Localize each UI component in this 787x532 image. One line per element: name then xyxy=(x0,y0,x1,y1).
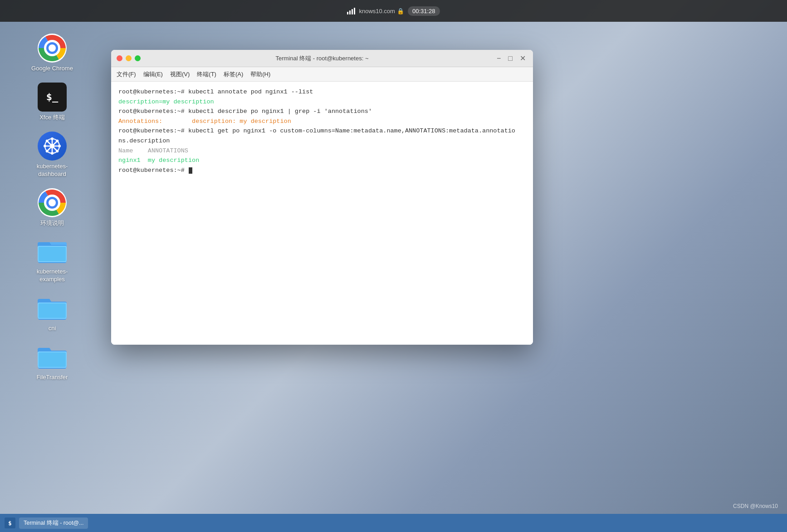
sidebar-item-file-transfer[interactable]: FileTransfer xyxy=(20,340,84,384)
chrome-icon xyxy=(38,34,67,63)
terminal-label: Xfce 终端 xyxy=(39,114,65,122)
taskbar-terminal-item[interactable]: Terminal 终端 - root@... xyxy=(19,517,88,529)
cni-label: cni xyxy=(49,325,56,332)
svg-point-11 xyxy=(51,137,54,140)
signal-icon xyxy=(347,8,355,15)
minimize-icon[interactable]: − xyxy=(495,54,503,63)
term-line-8: root@kubernetes:~# xyxy=(118,166,526,176)
svg-point-17 xyxy=(56,139,59,142)
menu-bar: knows10.com 🔒 00:31:28 xyxy=(0,0,787,22)
terminal-icon: $_ xyxy=(38,83,67,112)
watermark: CSDN @Knows10 xyxy=(733,503,778,509)
terminal-icon-text: $_ xyxy=(46,91,59,102)
terminal-menu: 文件(F) 编辑(E) 视图(V) 终端(T) 标签(A) 帮助(H) xyxy=(111,67,533,82)
sidebar-item-google-chrome[interactable]: Google Chrome xyxy=(20,31,84,75)
svg-point-14 xyxy=(58,145,61,147)
term-line-6: Name ANNOTATIONS xyxy=(118,146,526,156)
taskbar-icon-text: $ xyxy=(8,520,12,527)
sidebar-item-xfce-terminal[interactable]: $_ Xfce 终端 xyxy=(20,80,84,124)
svg-point-12 xyxy=(51,152,54,155)
file-transfer-folder-icon xyxy=(38,342,67,371)
lock-icon: 🔒 xyxy=(397,8,404,15)
svg-rect-27 xyxy=(39,247,66,261)
terminal-title: Terminal 终端 - root@kubernetes: ~ xyxy=(275,54,368,63)
sidebar-item-cni[interactable]: cni xyxy=(20,291,84,335)
kube-examples-folder-icon xyxy=(38,237,67,266)
terminal-window: Terminal 终端 - root@kubernetes: ~ − □ ✕ 文… xyxy=(111,50,533,345)
cursor xyxy=(189,167,192,174)
menu-view[interactable]: 视图(V) xyxy=(170,70,190,78)
watermark-text: CSDN @Knows10 xyxy=(733,503,778,509)
terminal-content[interactable]: root@kubernetes:~# kubectl annotate pod … xyxy=(111,82,533,345)
term-line-2: description=my description xyxy=(118,97,526,107)
desktop: knows10.com 🔒 00:31:28 xyxy=(0,0,787,532)
svg-point-18 xyxy=(46,150,49,152)
svg-point-3 xyxy=(49,44,56,52)
minimize-button[interactable] xyxy=(126,55,132,61)
chrome-label: Google Chrome xyxy=(31,65,73,73)
file-transfer-label: FileTransfer xyxy=(37,374,68,381)
svg-rect-29 xyxy=(39,303,66,318)
url-indicator: knows10.com 🔒 xyxy=(347,8,404,15)
term-line-3: root@kubernetes:~# kubectl describe po n… xyxy=(118,107,526,117)
svg-point-15 xyxy=(46,139,49,142)
svg-point-16 xyxy=(56,150,59,152)
term-line-1: root@kubernetes:~# kubectl annotate pod … xyxy=(118,87,526,97)
time-display: 00:31:28 xyxy=(408,6,440,16)
sidebar: Google Chrome $_ Xfce 终端 xyxy=(0,22,104,514)
svg-point-13 xyxy=(44,145,46,147)
kubernetes-dashboard-label: kubernetes- dashboard xyxy=(37,163,68,178)
sidebar-item-kubernetes-dashboard[interactable]: kubernetes- dashboard xyxy=(20,129,84,181)
svg-rect-31 xyxy=(39,352,66,367)
term-line-4: Annotations: description: my description xyxy=(118,117,526,127)
restore-icon[interactable]: □ xyxy=(506,54,514,63)
svg-point-22 xyxy=(49,199,56,206)
close-icon[interactable]: ✕ xyxy=(518,53,528,63)
taskbar-terminal-icon: $ xyxy=(5,517,15,528)
menu-file[interactable]: 文件(F) xyxy=(117,70,136,78)
sidebar-item-env-desc[interactable]: 环境说明 xyxy=(20,185,84,230)
term-line-5b: ns.description xyxy=(118,136,526,146)
terminal-titlebar: Terminal 终端 - root@kubernetes: ~ − □ ✕ xyxy=(111,50,533,67)
env-desc-label: 环境说明 xyxy=(40,220,64,227)
menu-edit[interactable]: 编辑(E) xyxy=(143,70,163,78)
kubernetes-examples-label: kubernetes- examples xyxy=(37,268,68,283)
taskbar: $ Terminal 终端 - root@... xyxy=(0,514,787,532)
taskbar-terminal-label: Terminal 终端 - root@... xyxy=(24,519,83,527)
term-line-5: root@kubernetes:~# kubectl get po nginx1… xyxy=(118,126,526,136)
titlebar-buttons xyxy=(117,55,141,61)
titlebar-controls: − □ ✕ xyxy=(495,53,528,63)
env-chrome-icon xyxy=(38,188,67,217)
menu-tabs[interactable]: 标签(A) xyxy=(224,70,243,78)
close-button[interactable] xyxy=(117,55,122,61)
kubernetes-icon xyxy=(38,132,67,161)
url-text: knows10.com xyxy=(359,8,395,15)
menu-help[interactable]: 帮助(H) xyxy=(250,70,270,78)
maximize-button[interactable] xyxy=(135,55,141,61)
menu-terminal[interactable]: 终端(T) xyxy=(197,70,216,78)
sidebar-item-kubernetes-examples[interactable]: kubernetes- examples xyxy=(20,234,84,286)
cni-folder-icon xyxy=(38,293,67,322)
term-line-7: nginx1 my description xyxy=(118,156,526,166)
